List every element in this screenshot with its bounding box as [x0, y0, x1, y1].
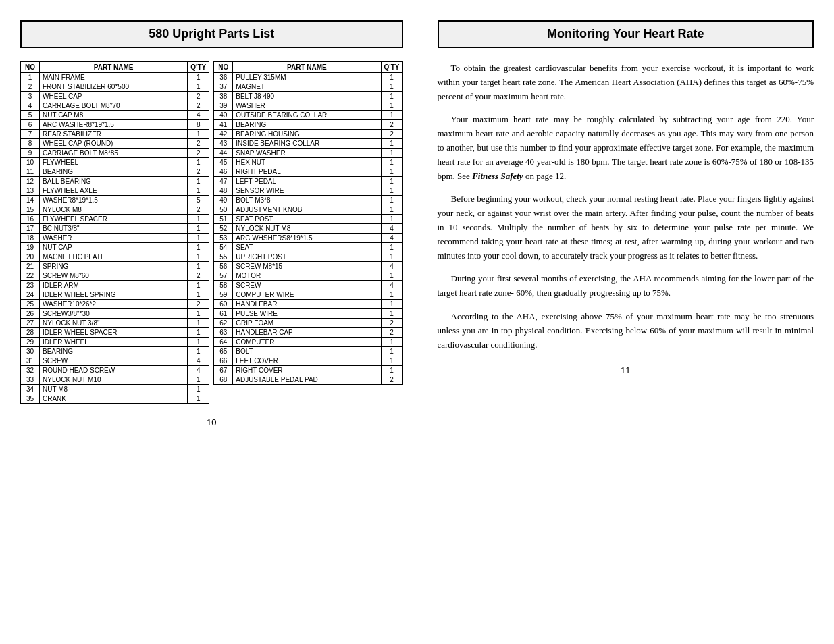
part-name: SCREW M8*15	[233, 262, 381, 271]
part-no: 15	[21, 205, 40, 215]
part-no: 65	[214, 347, 233, 356]
table-row: 60HANDLEBAR1	[214, 300, 402, 309]
table-row: 59COMPUTER WIRE1	[214, 290, 402, 300]
table-row: 44SNAP WASHER1	[214, 149, 402, 158]
table-row: 24IDLER WHEEL SPRING1	[21, 290, 209, 300]
part-no: 4	[21, 101, 40, 111]
table-row: 29IDLER WHEEL1	[21, 338, 209, 347]
table-row: 16FLYWHEEL SPACER1	[21, 215, 209, 224]
part-name: PULSE WIRE	[233, 309, 381, 319]
part-name: BELT J8 490	[233, 92, 381, 101]
part-qty: 1	[381, 167, 402, 177]
part-name: BOLT M3*8	[233, 196, 381, 205]
table-row: 21SPRING1	[21, 262, 209, 271]
part-name: SCREW	[40, 356, 188, 366]
part-no: 39	[214, 101, 233, 111]
part-qty: 1	[188, 186, 209, 196]
part-qty: 2	[188, 167, 209, 177]
part-qty: 4	[381, 281, 402, 290]
part-no: 49	[214, 196, 233, 205]
part-name: ARC WASHER8*19*1.5	[40, 120, 188, 130]
part-no: 22	[21, 271, 40, 281]
part-no: 59	[214, 290, 233, 300]
part-name: FRONT STABILIZER 60*500	[40, 82, 188, 92]
part-name: NYLOCK NUT 3/8"	[40, 319, 188, 328]
part-no: 8	[21, 139, 40, 149]
part-qty: 1	[381, 243, 402, 252]
table-row: 63HANDLEBAR CAP2	[214, 328, 402, 338]
part-qty: 1	[188, 215, 209, 224]
part-qty: 1	[188, 262, 209, 271]
part-name: FLYWHEEL AXLE	[40, 186, 188, 196]
part-name: MAGNET	[233, 82, 381, 92]
part-qty: 2	[188, 271, 209, 281]
part-qty: 2	[188, 149, 209, 158]
left-panel: 580 Upright Parts List NO PART NAME Q'TY…	[0, 0, 417, 644]
part-name: MAIN FRAME	[40, 73, 188, 82]
part-no: 25	[21, 300, 40, 309]
part-name: BEARING	[40, 167, 188, 177]
page-spread: 580 Upright Parts List NO PART NAME Q'TY…	[0, 0, 834, 644]
part-no: 54	[214, 243, 233, 252]
table-row: 17BC NUT3/8"1	[21, 224, 209, 234]
part-name: RIGHT COVER	[233, 366, 381, 375]
part-no: 45	[214, 158, 233, 167]
part-no: 2	[21, 82, 40, 92]
part-name: ADJUSTABLE PEDAL PAD	[233, 375, 381, 385]
parts-table-left: NO PART NAME Q'TY 1MAIN FRAME12FRONT STA…	[20, 61, 209, 404]
part-name: MOTOR	[233, 271, 381, 281]
table-row: 47LEFT PEDAL1	[214, 177, 402, 186]
table-row: 30BEARING1	[21, 347, 209, 356]
part-qty: 2	[381, 319, 402, 328]
part-qty: 4	[381, 234, 402, 243]
part-qty: 4	[188, 356, 209, 366]
col-name-left: PART NAME	[40, 62, 188, 73]
part-no: 35	[21, 394, 40, 404]
part-no: 61	[214, 309, 233, 319]
part-name: FLYWHEEL	[40, 158, 188, 167]
table-row: 37MAGNET1	[214, 82, 402, 92]
part-qty: 1	[188, 309, 209, 319]
part-no: 32	[21, 366, 40, 375]
table-row: 61PULSE WIRE1	[214, 309, 402, 319]
part-qty: 8	[188, 120, 209, 130]
table-row: 54SEAT1	[214, 243, 402, 252]
para-1: To obtain the greatest cardiovascular be…	[438, 61, 814, 103]
part-name: BEARING	[233, 120, 381, 130]
parts-table-right: NO PART NAME Q'TY 36PULLEY 315MM137MAGNE…	[213, 61, 402, 404]
part-no: 56	[214, 262, 233, 271]
table-row: 42BEARING HOUSING2	[214, 130, 402, 139]
part-qty: 1	[188, 224, 209, 234]
part-name: SPRING	[40, 262, 188, 271]
part-no: 10	[21, 158, 40, 167]
part-name: NUT CAP	[40, 243, 188, 252]
part-name: WASHER	[40, 234, 188, 243]
part-name: NYLOCK M8	[40, 205, 188, 215]
part-no: 1	[21, 73, 40, 82]
part-name: BEARING HOUSING	[233, 130, 381, 139]
part-name: COMPUTER	[233, 338, 381, 347]
heart-rate-content: To obtain the greatest cardiovascular be…	[438, 61, 814, 352]
part-no: 68	[214, 375, 233, 385]
part-name: BEARING	[40, 347, 188, 356]
table-row: 53ARC WHSHERS8*19*1.54	[214, 234, 402, 243]
part-name: SNAP WASHER	[233, 149, 381, 158]
table-row: 55UPRIGHT POST1	[214, 252, 402, 262]
part-qty: 1	[381, 271, 402, 281]
part-no: 62	[214, 319, 233, 328]
table-row: 19NUT CAP1	[21, 243, 209, 252]
table-row: 49BOLT M3*81	[214, 196, 402, 205]
table-row: 12BALL BEARING1	[21, 177, 209, 186]
table-row: 45HEX NUT1	[214, 158, 402, 167]
table-row: 62GRIP FOAM2	[214, 319, 402, 328]
part-qty: 1	[381, 158, 402, 167]
part-qty: 1	[381, 82, 402, 92]
part-qty: 1	[381, 196, 402, 205]
part-qty: 1	[381, 338, 402, 347]
part-qty: 1	[381, 111, 402, 120]
right-panel: Monitoring Your Heart Rate To obtain the…	[417, 0, 835, 644]
part-qty: 1	[381, 205, 402, 215]
part-no: 9	[21, 149, 40, 158]
para-2: Your maximum heart rate may be roughly c…	[438, 113, 814, 183]
part-name: IDLER ARM	[40, 281, 188, 290]
